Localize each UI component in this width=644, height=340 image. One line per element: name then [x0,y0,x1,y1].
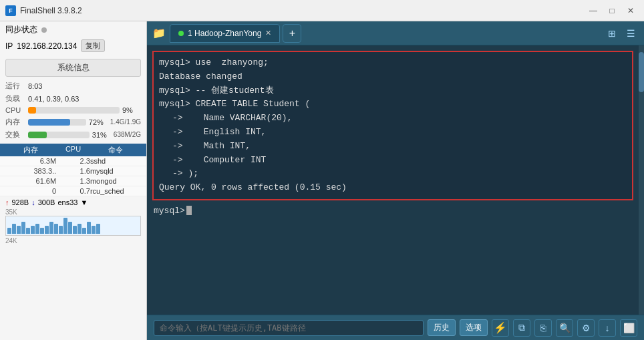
load-value: 0.41, 0.39, 0.63 [28,95,79,103]
new-tab-button[interactable]: + [283,24,301,43]
net-chart-bar [35,224,39,234]
network-chart [5,216,141,236]
net-arrow-icon: ▼ [80,198,88,206]
net-chart-bar [7,228,11,234]
term-line: Database changed [159,70,627,84]
swap-progress-bg [28,132,90,138]
term-line: -> ); [159,167,627,181]
net-chart-bar [96,224,100,234]
close-button[interactable]: ✕ [623,4,639,17]
paste-icon[interactable]: ⎘ [534,319,552,337]
network-stats-row: ↑ 928B ↓ 300B ens33 ▼ [0,196,146,208]
folder-icon[interactable]: 📁 [152,27,166,39]
app-icon: F [5,5,16,16]
options-button[interactable]: 选项 [460,319,488,336]
copy-icon[interactable]: ⧉ [513,319,530,337]
command-input[interactable] [154,320,424,336]
ip-value: 192.168.220.134 [17,41,77,51]
swap-detail: 638M/2G [114,131,141,138]
copy-ip-button[interactable]: 复制 [81,39,105,52]
proc-mem: 61.6M [5,177,56,185]
process-row: 61.6M 1.3 mongod [0,176,146,186]
net-chart-bar [54,224,58,234]
process-row: 0 0.7 rcu_sched [0,186,146,196]
command-bar: 历史 选项 ⚡ ⧉ ⎘ 🔍 ⚙ ↓ ⬜ [147,315,644,340]
net-chart-bar [68,222,72,234]
tab-status-dot [178,31,184,36]
terminal-prompt-line: mysql> [152,206,633,216]
term-line: -> Math INT, [159,140,627,154]
net-chart-bar [40,228,44,234]
net-chart-bar [26,228,30,234]
term-line: -> Computer INT [159,154,627,168]
proc-mem: 0 [5,187,56,195]
process-table-header: 内存 CPU 命令 [0,144,146,156]
right-panel: 📁 1 Hadoop-ZhanYong ✕ + ⊞ ☰ mysql> use z… [147,21,644,340]
ip-label: IP [5,41,13,51]
minimize-button[interactable]: — [585,4,601,17]
net-chart-bar [63,218,67,234]
net-chart-bar [21,222,25,234]
proc-mem: 383.3.. [5,167,56,175]
list-view-icon[interactable]: ☰ [623,25,639,41]
proc-cpu: 1.6 [56,167,90,175]
sync-status-row: 同步状态 [0,21,146,38]
proc-cmd: sshd [90,157,141,165]
sysinfo-button[interactable]: 系统信息 [5,59,141,77]
net-chart-bar [73,226,77,234]
window-icon[interactable]: ⬜ [620,319,637,337]
search-icon[interactable]: 🔍 [556,319,573,337]
scrollbar-thumb[interactable] [639,52,644,92]
net-chart-bar [77,224,82,234]
swap-label: 交换 [5,130,25,140]
proc-cpu: 1.3 [56,177,90,185]
proc-cmd: mongod [90,177,141,185]
net-chart-bar [45,226,49,234]
net-chart-bar [92,226,96,234]
proc-cpu: 0.7 [56,187,90,195]
swap-progress-fill [28,132,47,138]
term-line: Query OK, 0 rows affected (0.15 sec) [159,181,627,195]
net-down-icon: ↓ [31,198,35,206]
settings-icon[interactable]: ⚙ [577,319,595,337]
process-row: 6.3M 2.3 sshd [0,156,146,166]
mem-row: 内存 72% 1.4G/1.9G [0,116,146,128]
net-scale-bottom: 24K [0,237,146,244]
history-button[interactable]: 历史 [428,319,456,336]
sync-dot [41,27,47,33]
mem-progress-fill [28,119,70,126]
net-chart-bar [49,222,53,234]
cpu-row: CPU 9% [0,105,146,116]
maximize-button[interactable]: □ [604,4,620,17]
load-row: 负载 0.41, 0.39, 0.63 [0,92,146,105]
terminal-bordered-section: mysql> use zhanyong; Database changed my… [152,51,633,200]
proc-cpu: 2.3 [56,157,90,165]
mem-label: 内存 [5,117,25,127]
net-down-value: 300B [38,198,55,206]
uptime-label: 运行 [5,81,25,91]
mem-percent: 72% [89,118,108,126]
scrollbar-track[interactable] [639,45,644,315]
net-up-icon: ↑ [5,198,9,206]
terminal-prompt: mysql> [154,206,185,216]
net-chart-bar [17,226,21,234]
net-interface: ens33 [57,198,77,206]
term-line: mysql> CREATE TABLE Student ( [159,98,627,112]
net-scale-up: 35K [5,208,17,216]
lightning-icon[interactable]: ⚡ [492,319,509,337]
tabbar-right-controls: ⊞ ☰ [604,25,639,41]
tab-hadoop-zhanyong[interactable]: 1 Hadoop-ZhanYong ✕ [170,24,280,43]
sidebar: 同步状态 IP 192.168.220.134 复制 系统信息 运行 8:03 … [0,21,147,340]
terminal[interactable]: mysql> use zhanyong; Database changed my… [147,45,639,315]
net-chart-bar [59,226,63,234]
mem-detail: 1.4G/1.9G [110,118,141,126]
swap-row: 交换 31% 638M/2G [0,128,146,141]
proc-cmd: mysqld [90,167,141,175]
cpu-label: CPU [5,106,25,114]
term-line: mysql> -- 创建student表 [159,84,627,98]
grid-view-icon[interactable]: ⊞ [604,25,620,41]
swap-percent: 31% [92,131,111,139]
download-icon[interactable]: ↓ [599,319,616,337]
tab-close-icon[interactable]: ✕ [265,29,271,37]
term-line: mysql> use zhanyong; [159,56,627,70]
